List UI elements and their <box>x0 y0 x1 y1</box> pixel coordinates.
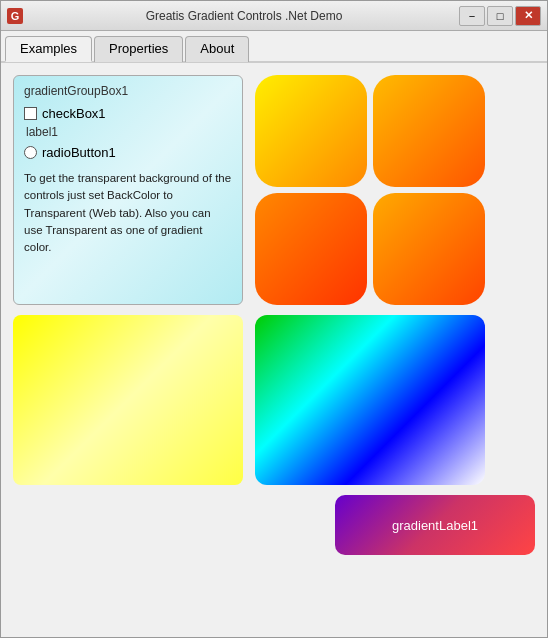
square-bottom-left <box>255 193 367 305</box>
label1: label1 <box>24 125 232 139</box>
checkbox-1[interactable] <box>24 107 37 120</box>
main-window: G Greatis Gradient Controls .Net Demo − … <box>0 0 548 638</box>
group-box-title: gradientGroupBox1 <box>24 84 232 98</box>
gradient-label: gradientLabel1 <box>335 495 535 555</box>
app-icon: G <box>7 8 23 24</box>
row-1: gradientGroupBox1 checkBox1 label1 radio… <box>13 75 535 305</box>
close-button[interactable]: ✕ <box>515 6 541 26</box>
square-top-left <box>255 75 367 187</box>
row-2 <box>13 315 535 485</box>
tab-bar: Examples Properties About <box>1 31 547 63</box>
tab-properties[interactable]: Properties <box>94 36 183 62</box>
row-3: gradientLabel1 <box>13 495 535 555</box>
radio-button-1[interactable] <box>24 146 37 159</box>
radio-label: radioButton1 <box>42 145 116 160</box>
checkbox-label: checkBox1 <box>42 106 106 121</box>
radio-row: radioButton1 <box>24 145 232 160</box>
window-title: Greatis Gradient Controls .Net Demo <box>29 9 459 23</box>
minimize-button[interactable]: − <box>459 6 485 26</box>
checkbox-row: checkBox1 <box>24 106 232 121</box>
tab-about[interactable]: About <box>185 36 249 62</box>
tab-content-examples: gradientGroupBox1 checkBox1 label1 radio… <box>1 63 547 637</box>
yellow-gradient-panel <box>13 315 243 485</box>
squares-grid <box>255 75 485 305</box>
tab-examples[interactable]: Examples <box>5 36 92 62</box>
title-bar-controls: − □ ✕ <box>459 6 541 26</box>
maximize-button[interactable]: □ <box>487 6 513 26</box>
info-text: To get the transparent background of the… <box>24 170 232 256</box>
multi-color-gradient-panel <box>255 315 485 485</box>
square-top-right <box>373 75 485 187</box>
title-bar: G Greatis Gradient Controls .Net Demo − … <box>1 1 547 31</box>
square-bottom-right <box>373 193 485 305</box>
gradient-group-box: gradientGroupBox1 checkBox1 label1 radio… <box>13 75 243 305</box>
